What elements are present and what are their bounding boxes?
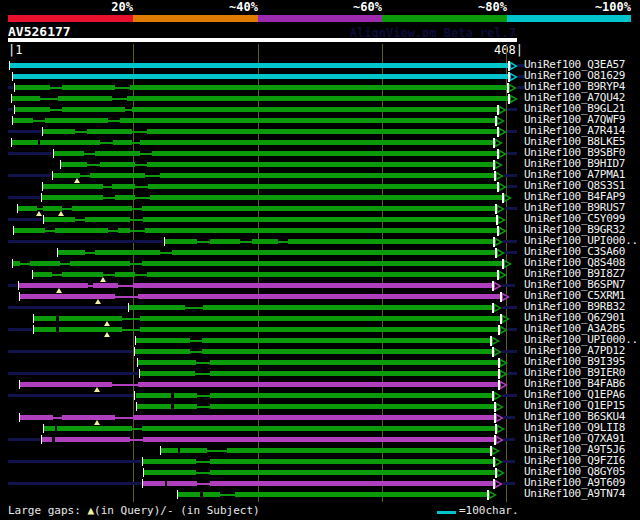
- alignment-row[interactable]: UniRef100_A9TN74: [0, 489, 640, 500]
- row-arrow-base-tick: [498, 369, 500, 379]
- row-label[interactable]: UniRef100_A9TN74: [524, 488, 625, 500]
- row-lead-line: [8, 460, 141, 463]
- row-bar-segment: [147, 162, 494, 167]
- row-bar-segment: [34, 327, 56, 332]
- row-arrow-base-tick: [494, 171, 496, 181]
- row-gap-line: [278, 241, 288, 243]
- row-arrow-inner: [498, 427, 502, 431]
- row-arrow-base-tick: [495, 468, 497, 478]
- row-bar-segment: [112, 184, 135, 189]
- row-bar-segment: [120, 118, 496, 123]
- row-gap-line: [197, 241, 210, 243]
- row-bar-segment: [210, 393, 493, 398]
- row-tail-line: [505, 251, 517, 254]
- row-tail-line: [508, 372, 517, 375]
- row-bar-segment: [14, 228, 45, 233]
- row-bar-segment: [55, 228, 108, 233]
- row-bar-segment: [95, 151, 140, 156]
- row-gap-line: [132, 131, 147, 133]
- row-tail-line: [503, 482, 515, 485]
- row-bar-segment: [55, 437, 130, 442]
- row-arrow-base-tick: [492, 391, 494, 401]
- row-bar-segment: [13, 261, 20, 266]
- row-bar-segment: [252, 239, 278, 244]
- row-arrow-inner: [497, 438, 501, 442]
- row-lead-line: [8, 86, 13, 89]
- row-arrow-base-tick: [497, 182, 499, 192]
- row-arrow-inner: [497, 416, 501, 420]
- row-bar-segment: [138, 294, 501, 299]
- row-bar-segment: [143, 481, 165, 486]
- row-arrow-base-tick: [497, 270, 499, 280]
- row-gap-line: [20, 263, 30, 265]
- row-bar-segment: [144, 470, 196, 475]
- row-arrow-inner: [498, 119, 502, 123]
- row-bar-segment: [143, 459, 196, 464]
- row-gap-line: [108, 230, 118, 232]
- row-arrow-base-tick: [497, 149, 499, 159]
- row-bar-segment: [115, 272, 135, 277]
- row-tail-line: [504, 174, 517, 177]
- row-gap-line: [195, 373, 210, 375]
- row-arrow-base-tick: [487, 490, 489, 500]
- row-bar-segment: [227, 448, 491, 453]
- row-bar-segment: [147, 129, 498, 134]
- row-bar-segment: [33, 272, 52, 277]
- row-lead-line: [8, 240, 163, 243]
- row-gap-line: [52, 274, 62, 276]
- row-arrow-inner: [505, 196, 509, 200]
- alignview-screen: AV526177 AlignView.pm Beta rel.7 |1 408|…: [0, 0, 640, 520]
- row-bar-segment: [137, 404, 171, 409]
- row-lead-line: [8, 350, 133, 353]
- row-bar-segment: [160, 173, 495, 178]
- row-lead-line: [8, 306, 127, 309]
- row-arrow-base-tick: [508, 72, 510, 82]
- row-bar-segment: [18, 206, 37, 211]
- row-gap-line: [185, 307, 203, 309]
- row-gap-line: [50, 109, 62, 111]
- row-gap-line: [84, 153, 95, 155]
- row-lead-line: [8, 394, 133, 397]
- row-bar-segment: [174, 404, 197, 409]
- row-tail-line: [502, 350, 517, 353]
- row-bar-segment: [12, 140, 38, 145]
- row-bar-segment: [203, 305, 493, 310]
- row-arrow-inner: [511, 64, 515, 68]
- row-bar-segment: [61, 162, 87, 167]
- row-bar-segment: [19, 283, 88, 288]
- row-gap-line: [220, 494, 235, 496]
- axis-end-label: 408|: [380, 43, 523, 57]
- row-bar-segment: [62, 85, 115, 90]
- row-gap-line: [118, 285, 133, 287]
- row-arrow-inner: [498, 207, 502, 211]
- row-arrow-base-tick: [495, 204, 497, 214]
- query-bar: [8, 38, 517, 42]
- row-arrow-inner: [499, 218, 503, 222]
- row-arrow-base-tick: [500, 314, 502, 324]
- row-gap-line: [125, 109, 132, 111]
- row-arrow-base-tick: [493, 160, 495, 170]
- row-bar-segment: [127, 96, 509, 101]
- row-gap-line: [75, 219, 85, 221]
- row-bar-segment: [10, 63, 509, 68]
- row-tail-line: [507, 152, 517, 155]
- row-arrow-inner: [501, 383, 505, 387]
- row-bar-segment: [210, 239, 240, 244]
- row-bar-segment: [172, 250, 496, 255]
- row-bar-segment: [42, 437, 52, 442]
- row-lead-line: [8, 152, 52, 155]
- row-bar-segment: [58, 96, 112, 101]
- row-gap-line: [115, 417, 133, 419]
- row-arrow-inner: [496, 141, 500, 145]
- row-lead-line: [8, 438, 40, 441]
- row-bar-segment: [13, 74, 509, 79]
- row-bar-segment: [100, 162, 135, 167]
- large-gaps-legend: Large gaps: ▲(in Query)/- (in Subject): [8, 504, 260, 517]
- row-gap-line: [40, 98, 58, 100]
- row-bar-segment: [113, 140, 132, 145]
- row-bar-segment: [118, 228, 130, 233]
- row-bar-segment: [85, 217, 130, 222]
- row-tail-line: [504, 438, 515, 441]
- row-lead-line: [8, 174, 51, 177]
- query-id: AV526177: [8, 24, 71, 39]
